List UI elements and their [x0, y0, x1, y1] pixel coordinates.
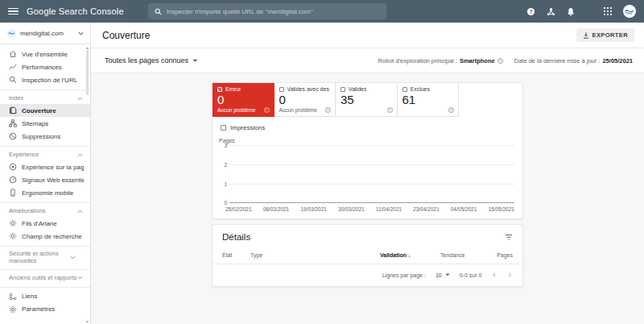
- sidebar-item-vue-densemble[interactable]: Vue d'ensemble: [0, 48, 90, 60]
- info-icon[interactable]: ?: [325, 107, 331, 113]
- sidebar-scrollbar[interactable]: ▲ ▼: [85, 45, 90, 324]
- sidebar-section-securite[interactable]: Sécurité et actions manuelles: [0, 249, 90, 266]
- sidebar-item-fils-ariane[interactable]: Fils d'Ariane: [0, 217, 90, 230]
- search-icon: [155, 8, 162, 15]
- section-label: Expérience: [9, 151, 77, 158]
- report-meta: Robot d'exploration principal : Smartpho…: [378, 57, 633, 64]
- svg-text:?: ?: [529, 8, 532, 14]
- checkbox-icon[interactable]: [341, 87, 345, 92]
- page-title: Couverture: [102, 30, 150, 41]
- chevron-up-icon: [77, 97, 83, 101]
- removals-icon: [9, 132, 17, 140]
- sidebar-item-label: Performances: [22, 64, 62, 71]
- sidebar-item-label: Inspection de l'URL: [22, 77, 77, 84]
- card-label: Valides: [349, 86, 366, 92]
- sidebar-item-parametres[interactable]: Paramètres: [0, 303, 90, 316]
- export-label: EXPORTER: [592, 31, 628, 39]
- info-icon[interactable]: ?: [448, 107, 454, 113]
- impressions-label: Impressions: [230, 124, 265, 131]
- sidebar-nav: Vue d'ensemble Performances Inspection d…: [0, 44, 90, 316]
- card-valides-avertissements[interactable]: Valides avec des ... 0 Aucun problème ?: [275, 83, 336, 117]
- sidebar-item-label: Ergonomie mobile: [22, 189, 73, 197]
- sidebar-item-couverture[interactable]: Couverture: [0, 104, 90, 117]
- chevron-down-icon: [78, 31, 84, 35]
- card-value: 35: [341, 93, 393, 106]
- sidebar-item-liens[interactable]: Liens: [0, 290, 90, 303]
- apps-icon[interactable]: [604, 7, 612, 15]
- x-tick: 19/03/2021: [300, 206, 327, 212]
- info-icon[interactable]: ?: [497, 58, 503, 64]
- details-title: Détails: [222, 232, 250, 242]
- impressions-toggle[interactable]: Impressions: [213, 117, 522, 131]
- search-input[interactable]: [167, 8, 380, 15]
- app-logo[interactable]: GoogleSearch Console: [27, 6, 124, 16]
- property-selector[interactable]: meridigital.com: [0, 23, 90, 44]
- x-tick: 04/05/2021: [451, 206, 477, 212]
- checkbox-icon[interactable]: [402, 87, 407, 92]
- sitelinks-searchbox-enhancement-icon: [9, 232, 17, 240]
- x-tick: 30/03/2021: [338, 206, 365, 212]
- card-exclues[interactable]: Exclues 61 ?: [398, 83, 460, 117]
- sidebar-item-champ-recherche[interactable]: Champ de recherche associ...: [0, 230, 90, 243]
- checkbox-checked-icon[interactable]: ✓: [217, 87, 222, 92]
- coverage-chart-panel: ✓Erreur 0 Aucun problème ? Valides avec …: [212, 82, 523, 219]
- sidebar-item-sitemaps[interactable]: Sitemaps: [0, 117, 90, 130]
- divider: [0, 202, 90, 203]
- sidebar-item-label: Suppressions: [22, 133, 60, 140]
- card-valides[interactable]: Valides 35 ?: [336, 83, 398, 117]
- column-validation-label: Validation: [380, 252, 407, 258]
- checkbox-icon[interactable]: [279, 87, 284, 92]
- sidebar-section-index[interactable]: Index: [0, 93, 90, 104]
- coverage-icon: [9, 106, 17, 114]
- export-button[interactable]: EXPORTER: [576, 28, 634, 42]
- page-header: Couverture EXPORTER: [91, 23, 644, 48]
- column-type[interactable]: Type: [250, 252, 380, 258]
- scrollbar-track[interactable]: [85, 50, 89, 319]
- menu-icon[interactable]: [8, 8, 19, 15]
- sitemaps-icon: [9, 119, 17, 127]
- filter-icon[interactable]: [505, 234, 513, 241]
- accessibility-icon[interactable]: [547, 7, 555, 16]
- sidebar-item-experience-page[interactable]: Expérience sur la page: [0, 160, 90, 173]
- last-update-info: Date de la dernière mise à jour : 25/05/…: [514, 57, 633, 64]
- chevron-up-icon: [77, 210, 83, 214]
- info-icon[interactable]: ?: [264, 107, 270, 113]
- sidebar-item-signaux-web[interactable]: Signaux Web essentiels: [0, 173, 90, 186]
- details-header: Détails: [213, 225, 522, 247]
- topbar-icons: ?: [526, 5, 636, 18]
- column-etat[interactable]: État: [222, 252, 250, 258]
- next-page-icon[interactable]: ›: [507, 271, 513, 279]
- scrollbar-thumb[interactable]: [86, 50, 89, 95]
- y-tick: 3: [219, 143, 227, 148]
- sidebar-item-performances[interactable]: Performances: [0, 60, 90, 73]
- sidebar-item-label: Liens: [22, 293, 37, 300]
- web-vitals-icon: [9, 176, 17, 184]
- home-icon: [9, 50, 17, 58]
- sidebar-item-inspection-url[interactable]: Inspection de l'URL: [0, 73, 90, 86]
- gridline: 1: [229, 184, 514, 185]
- divider: [0, 246, 90, 247]
- checkbox-icon[interactable]: [221, 125, 226, 131]
- crawler-info: Robot d'exploration principal : Smartpho…: [378, 57, 502, 64]
- sidebar-section-ameliorations[interactable]: Améliorations: [0, 206, 90, 217]
- sidebar-item-ergonomie-mobile[interactable]: Ergonomie mobile: [0, 186, 90, 199]
- sidebar-item-label: Sitemaps: [22, 120, 48, 127]
- scroll-down-icon[interactable]: ▼: [85, 319, 89, 324]
- rows-per-page-select[interactable]: 10: [436, 272, 450, 278]
- column-tendance[interactable]: Tendance: [440, 252, 489, 258]
- card-note: Aucun problème: [279, 107, 332, 113]
- x-tick: 25/02/2021: [225, 206, 252, 212]
- column-pages[interactable]: Pages: [489, 252, 513, 258]
- sidebar-section-experience[interactable]: Expérience: [0, 149, 90, 160]
- sidebar-item-suppressions[interactable]: Suppressions: [0, 130, 90, 143]
- info-icon[interactable]: ?: [387, 107, 393, 113]
- notifications-icon[interactable]: [567, 7, 575, 16]
- sidebar-section-anciens-outils[interactable]: Anciens outils et rapports: [0, 272, 90, 284]
- url-inspection-searchbar[interactable]: [148, 3, 386, 19]
- prev-page-icon[interactable]: ‹: [491, 271, 497, 279]
- card-erreur[interactable]: ✓Erreur 0 Aucun problème ?: [213, 83, 275, 117]
- avatar[interactable]: [623, 5, 636, 18]
- help-icon[interactable]: ?: [526, 7, 535, 16]
- column-validation[interactable]: Validation ↓: [380, 252, 440, 258]
- pages-filter-dropdown[interactable]: Toutes les pages connues: [105, 56, 198, 64]
